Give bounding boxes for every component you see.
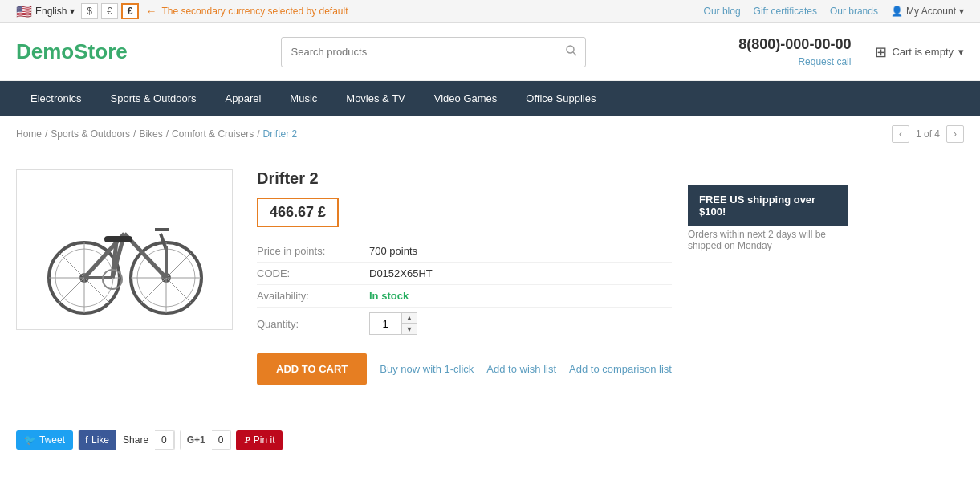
- price-points-value: 700 points: [369, 245, 417, 257]
- language-label: English: [35, 6, 67, 17]
- pinterest-label: Pin it: [254, 434, 275, 446]
- request-call-link[interactable]: Request call: [798, 56, 851, 67]
- product-price: 466.67 £: [257, 198, 339, 227]
- search-input[interactable]: [282, 41, 558, 63]
- quantity-increment[interactable]: ▲: [401, 312, 417, 324]
- breadcrumb-home[interactable]: Home: [16, 128, 42, 140]
- availability-value: In stock: [369, 290, 409, 302]
- facebook-icon: f: [85, 434, 88, 446]
- like-label: Like: [91, 434, 109, 446]
- currency-gbp[interactable]: £: [121, 3, 140, 19]
- add-to-cart-button[interactable]: ADD TO CART: [257, 353, 367, 385]
- arrow-icon: ←: [145, 5, 157, 18]
- breadcrumb-sep1: /: [45, 128, 47, 140]
- availability-row: Availability: In stock: [257, 285, 672, 308]
- shipping-title: FREE US shipping over $100!: [699, 194, 837, 218]
- our-brands-link[interactable]: Our brands: [830, 6, 878, 17]
- breadcrumb-bikes[interactable]: Bikes: [139, 128, 162, 140]
- nav-bar: Electronics Sports & Outdoors Apparel Mu…: [0, 81, 980, 116]
- our-blog-link[interactable]: Our blog: [704, 6, 741, 17]
- phone-prefix: 8(800)-: [738, 36, 785, 52]
- price-points-row: Price in points: 700 points: [257, 240, 672, 263]
- language-selector[interactable]: 🇺🇸 English ▾: [16, 4, 75, 19]
- nav-item-apparel[interactable]: Apparel: [211, 81, 276, 116]
- quantity-input[interactable]: [369, 312, 401, 335]
- nav-item-office[interactable]: Office Supplies: [511, 81, 610, 116]
- shipping-banner: FREE US shipping over $100!: [688, 185, 848, 226]
- prev-product-button[interactable]: ‹: [892, 125, 909, 143]
- quantity-control: ▲ ▼: [369, 312, 417, 335]
- facebook-area: f Like Share 0: [78, 430, 175, 450]
- facebook-share-button[interactable]: Share: [116, 430, 155, 450]
- quantity-label: Quantity:: [257, 318, 369, 330]
- phone-number: 8(800)-000-00-00: [738, 36, 851, 53]
- product-main: Drifter 2 466.67 £ Price in points: 700 …: [257, 169, 848, 385]
- gift-certificates-link[interactable]: Gift certificates: [754, 6, 817, 17]
- breadcrumb: Home / Sports & Outdoors / Bikes / Comfo…: [0, 116, 980, 153]
- currency-note: ← The secondary currency selected by def…: [145, 5, 348, 18]
- action-buttons: ADD TO CART Buy now with 1-click Add to …: [257, 353, 672, 385]
- sidebar-info: FREE US shipping over $100! Orders withi…: [688, 169, 848, 385]
- gplus-button[interactable]: G+1: [181, 430, 212, 450]
- breadcrumb-pagination: ‹ 1 of 4 ›: [892, 125, 964, 143]
- breadcrumb-comfort[interactable]: Comfort & Cruisers: [172, 128, 254, 140]
- gplus-area: G+1 0: [180, 430, 232, 450]
- search-icon: [566, 45, 577, 56]
- top-bar: 🇺🇸 English ▾ $ € £ ← The secondary curre…: [0, 0, 980, 23]
- cart-area[interactable]: ⊞ Cart is empty ▾: [875, 43, 964, 61]
- quantity-decrement[interactable]: ▼: [401, 324, 417, 335]
- cart-label: Cart is empty: [892, 46, 954, 58]
- wish-list-link[interactable]: Add to wish list: [486, 363, 556, 375]
- pagination-text: 1 of 4: [916, 128, 940, 140]
- product-info-table: Price in points: 700 points CODE: D0152X…: [257, 240, 672, 340]
- breadcrumb-sports[interactable]: Sports & Outdoors: [51, 128, 130, 140]
- code-value: D0152X65HT: [369, 267, 433, 279]
- logo-part2: Store: [74, 39, 127, 63]
- top-bar-left: 🇺🇸 English ▾ $ € £ ← The secondary curre…: [16, 3, 348, 19]
- product-details: Drifter 2 466.67 £ Price in points: 700 …: [257, 169, 672, 385]
- share-count: 0: [155, 430, 174, 450]
- code-row: CODE: D0152X65HT: [257, 263, 672, 285]
- pinterest-button[interactable]: P Pin it: [236, 430, 283, 450]
- search-bar: [281, 37, 586, 67]
- top-bar-right: Our blog Gift certificates Our brands 👤 …: [704, 6, 964, 17]
- search-button[interactable]: [558, 40, 585, 63]
- gplus-count: 0: [212, 430, 231, 450]
- product-image: [16, 169, 233, 330]
- pinterest-icon: P: [244, 434, 250, 446]
- currency-note-text: The secondary currency selected by defau…: [161, 6, 348, 17]
- nav-item-sports[interactable]: Sports & Outdoors: [96, 81, 211, 116]
- tweet-button[interactable]: 🐦 Tweet: [16, 430, 73, 450]
- currency-eur[interactable]: €: [101, 3, 118, 19]
- user-icon: 👤: [891, 6, 903, 17]
- svg-line-1: [573, 52, 576, 55]
- buy-now-link[interactable]: Buy now with 1-click: [380, 363, 474, 375]
- nav-item-music[interactable]: Music: [275, 81, 331, 116]
- logo-part1: Demo: [16, 39, 74, 63]
- comparison-list-link[interactable]: Add to comparison list: [569, 363, 672, 375]
- breadcrumb-current: Drifter 2: [262, 128, 297, 140]
- my-account-dropdown-icon: ▾: [959, 6, 964, 17]
- quantity-stepper: ▲ ▼: [401, 312, 417, 335]
- my-account-menu[interactable]: 👤 My Account ▾: [891, 6, 964, 17]
- cart-icon: ⊞: [875, 43, 887, 61]
- nav-item-movies[interactable]: Movies & TV: [331, 81, 419, 116]
- availability-label: Availability:: [257, 290, 369, 302]
- next-product-button[interactable]: ›: [946, 125, 964, 143]
- cart-dropdown-icon: ▾: [958, 46, 964, 58]
- price-points-label: Price in points:: [257, 245, 369, 257]
- logo[interactable]: DemoStore: [16, 39, 128, 64]
- quantity-row: Quantity: ▲ ▼: [257, 308, 672, 340]
- currency-usd[interactable]: $: [81, 3, 98, 19]
- nav-item-electronics[interactable]: Electronics: [16, 81, 96, 116]
- language-dropdown-icon: ▾: [70, 6, 75, 17]
- currency-buttons: $ € £: [81, 3, 139, 19]
- facebook-like-button[interactable]: f Like: [79, 430, 116, 450]
- breadcrumb-sep2: /: [133, 128, 136, 140]
- code-label: CODE:: [257, 267, 369, 279]
- nav-item-videogames[interactable]: Video Games: [420, 81, 512, 116]
- phone-area: 8(800)-000-00-00 Request call: [738, 36, 851, 67]
- header: DemoStore 8(800)-000-00-00 Request call …: [0, 23, 980, 81]
- shipping-note: Orders within next 2 days will be shippe…: [688, 229, 848, 251]
- my-account-label: My Account: [906, 6, 956, 17]
